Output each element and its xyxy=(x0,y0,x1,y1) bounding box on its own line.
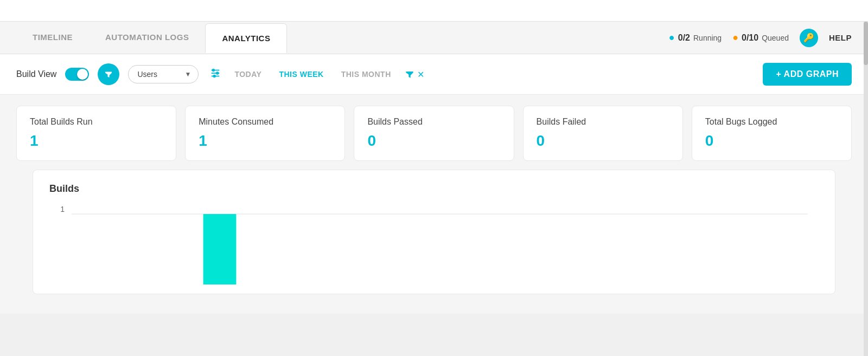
queued-status: ● 0/10 Queued xyxy=(732,32,789,43)
key-icon: 🔑 xyxy=(803,33,814,43)
sliders-svg xyxy=(209,67,221,79)
queued-count: 0/10 xyxy=(742,33,758,43)
stat-label-builds-failed: Builds Failed xyxy=(537,117,669,127)
sliders-icon[interactable] xyxy=(209,67,221,82)
tab-analytics[interactable]: ANALYTICS xyxy=(205,23,287,53)
nav-status: ● 0/2 Running ● 0/10 Queued 🔑 HELP xyxy=(669,29,852,47)
svg-point-5 xyxy=(214,75,216,77)
build-view-label: Build View xyxy=(16,69,56,79)
chart-title: Builds xyxy=(49,183,819,195)
chart-svg: 1 xyxy=(49,203,819,290)
chart-bar xyxy=(203,214,237,284)
chart-container: 1 xyxy=(49,203,819,290)
add-graph-button[interactable]: + ADD GRAPH xyxy=(763,63,852,86)
queued-dot: ● xyxy=(732,32,738,43)
stat-card-builds-failed: Builds Failed 0 xyxy=(523,106,683,161)
users-dropdown-wrapper: Users All Team ▼ xyxy=(128,65,199,83)
chart-section: Builds 1 xyxy=(33,170,835,294)
running-label: Running xyxy=(693,34,722,42)
stat-value-builds-failed: 0 xyxy=(537,132,669,150)
stat-card-builds-passed: Builds Passed 0 xyxy=(354,106,514,161)
key-button[interactable]: 🔑 xyxy=(800,29,818,47)
this-week-filter[interactable]: THIS WEEK xyxy=(275,68,328,81)
running-count: 0/2 xyxy=(678,33,690,43)
toolbar: Build View Users All Team ▼ TODAY THIS W… xyxy=(0,54,868,95)
this-month-filter[interactable]: THIS MONTH xyxy=(337,68,395,81)
filter-button[interactable] xyxy=(98,63,119,85)
svg-point-4 xyxy=(216,72,219,74)
build-view-toggle[interactable] xyxy=(65,68,89,81)
stats-section: Total Builds Run 1 Minutes Consumed 1 Bu… xyxy=(0,95,868,314)
stat-label-builds-passed: Builds Passed xyxy=(367,117,500,127)
stat-card-total-builds-run: Total Builds Run 1 xyxy=(16,106,176,161)
filter-clear[interactable]: ✕ xyxy=(404,69,424,80)
toggle-track[interactable] xyxy=(65,68,89,81)
toggle-thumb xyxy=(77,69,88,80)
stat-label-minutes-consumed: Minutes Consumed xyxy=(199,117,331,127)
tab-automation-logs[interactable]: AUTOMATION LOGS xyxy=(89,23,205,53)
nav-tabs: TIMELINE AUTOMATION LOGS ANALYTICS ● 0/2… xyxy=(0,22,868,54)
filter-active-icon xyxy=(404,69,415,80)
stat-card-total-bugs-logged: Total Bugs Logged 0 xyxy=(692,106,852,161)
tab-timeline[interactable]: TIMELINE xyxy=(16,23,89,53)
running-status: ● 0/2 Running xyxy=(669,32,722,43)
top-bar xyxy=(0,0,868,22)
stat-label-total-bugs-logged: Total Bugs Logged xyxy=(705,117,838,127)
scrollbar-thumb[interactable] xyxy=(864,22,868,65)
svg-text:1: 1 xyxy=(60,205,65,213)
scrollbar[interactable] xyxy=(864,22,868,356)
stat-label-total-builds-run: Total Builds Run xyxy=(30,117,163,127)
filter-clear-x[interactable]: ✕ xyxy=(417,69,424,80)
stat-value-minutes-consumed: 1 xyxy=(199,132,331,150)
stat-value-total-builds-run: 1 xyxy=(30,132,163,150)
running-dot: ● xyxy=(669,32,675,43)
help-label: HELP xyxy=(829,33,852,42)
stat-value-total-bugs-logged: 0 xyxy=(705,132,838,150)
svg-point-3 xyxy=(213,69,215,71)
users-dropdown[interactable]: Users All Team xyxy=(128,65,199,83)
stat-value-builds-passed: 0 xyxy=(367,132,500,150)
stat-card-minutes-consumed: Minutes Consumed 1 xyxy=(185,106,345,161)
queued-label: Queued xyxy=(762,34,789,42)
filter-icon xyxy=(104,69,113,79)
today-filter[interactable]: TODAY xyxy=(230,68,266,81)
stats-row: Total Builds Run 1 Minutes Consumed 1 Bu… xyxy=(16,106,852,161)
